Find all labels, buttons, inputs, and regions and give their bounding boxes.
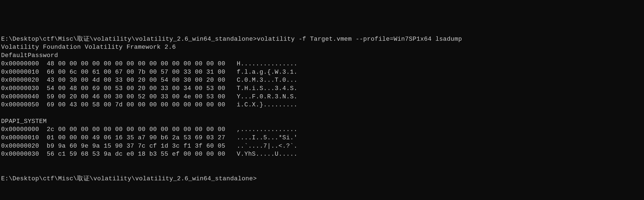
hex-bytes: 2c 00 00 00 00 00 00 00 00 00 00 00 00 0… (47, 126, 225, 133)
section-title-0: DefaultPassword (1, 52, 58, 59)
hex-ascii: H............... (237, 60, 298, 67)
hex-bytes: 66 00 6c 00 61 00 67 00 7b 00 57 00 33 0… (47, 69, 225, 76)
hex-row: 0x00000050 69 00 43 00 58 00 7d 00 00 00… (1, 101, 298, 108)
prompt-idle[interactable]: E:\Desktop\ctf\Misc\取证\volatility\volati… (1, 175, 257, 182)
hex-bytes: 56 c1 59 68 53 9a dc e0 18 b3 55 ef 00 0… (47, 151, 225, 158)
terminal-window[interactable]: E:\Desktop\ctf\Misc\取证\volatility\volati… (1, 35, 643, 183)
hex-offset: 0x00000020 (1, 77, 39, 84)
hex-row: 0x00000030 56 c1 59 68 53 9a dc e0 18 b3… (1, 151, 298, 158)
hex-offset: 0x00000000 (1, 126, 39, 133)
hex-ascii: Y...F.0.R.3.N.S. (237, 93, 298, 100)
hex-ascii: ..`....7|..<.?`. (237, 143, 298, 150)
hex-offset: 0x00000050 (1, 101, 39, 108)
hex-offset: 0x00000030 (1, 85, 39, 92)
hex-bytes: 01 00 00 00 49 06 16 35 a7 90 b6 2a 53 6… (47, 134, 225, 141)
command-line: E:\Desktop\ctf\Misc\取证\volatility\volati… (1, 36, 462, 43)
hex-row: 0x00000000 2c 00 00 00 00 00 00 00 00 00… (1, 126, 298, 133)
hex-bytes: 48 00 00 00 00 00 00 00 00 00 00 00 00 0… (47, 60, 225, 67)
prompt-path: E:\Desktop\ctf\Misc\取证\volatility\volati… (1, 36, 257, 43)
hex-offset: 0x00000000 (1, 60, 39, 67)
hex-ascii: ,............... (237, 126, 298, 133)
hex-offset: 0x00000020 (1, 143, 39, 150)
hex-row: 0x00000020 b9 9a 60 9e 9a 15 90 37 7c cf… (1, 143, 298, 150)
hex-bytes: 43 00 30 00 4d 00 33 00 20 00 54 00 30 0… (47, 77, 225, 84)
hex-ascii: C.0.M.3...T.0... (237, 77, 298, 84)
hex-offset: 0x00000010 (1, 69, 39, 76)
section-title-1: DPAPI_SYSTEM (1, 118, 47, 125)
executed-command: volatility -f Target.vmem --profile=Win7… (257, 36, 462, 43)
hex-offset: 0x00000030 (1, 151, 39, 158)
hex-row: 0x00000010 66 00 6c 00 61 00 67 00 7b 00… (1, 69, 298, 76)
hex-ascii: ....I..5...*Si.' (237, 134, 298, 141)
hex-bytes: b9 9a 60 9e 9a 15 90 37 7c cf 1d 3c f1 3… (47, 143, 225, 150)
hex-row: 0x00000010 01 00 00 00 49 06 16 35 a7 90… (1, 134, 298, 141)
hex-ascii: f.l.a.g.{.W.3.1. (237, 69, 298, 76)
hex-row: 0x00000000 48 00 00 00 00 00 00 00 00 00… (1, 60, 298, 67)
hex-row: 0x00000030 54 00 48 00 69 00 53 00 20 00… (1, 85, 298, 92)
hex-ascii: i.C.X.}......... (237, 101, 298, 108)
hex-ascii: V.YhS.....U..... (237, 151, 298, 158)
hex-offset: 0x00000040 (1, 93, 39, 100)
hex-ascii: T.H.i.S...3.4.S. (237, 85, 298, 92)
hex-bytes: 59 00 20 00 46 00 30 00 52 00 33 00 4e 0… (47, 93, 225, 100)
hex-bytes: 54 00 48 00 69 00 53 00 20 00 33 00 34 0… (47, 85, 225, 92)
hex-bytes: 69 00 43 00 58 00 7d 00 00 00 00 00 00 0… (47, 101, 225, 108)
hex-offset: 0x00000010 (1, 134, 39, 141)
hex-row: 0x00000040 59 00 20 00 46 00 30 00 52 00… (1, 93, 298, 100)
framework-header: Volatility Foundation Volatility Framewo… (1, 44, 176, 51)
hex-row: 0x00000020 43 00 30 00 4d 00 33 00 20 00… (1, 77, 298, 84)
